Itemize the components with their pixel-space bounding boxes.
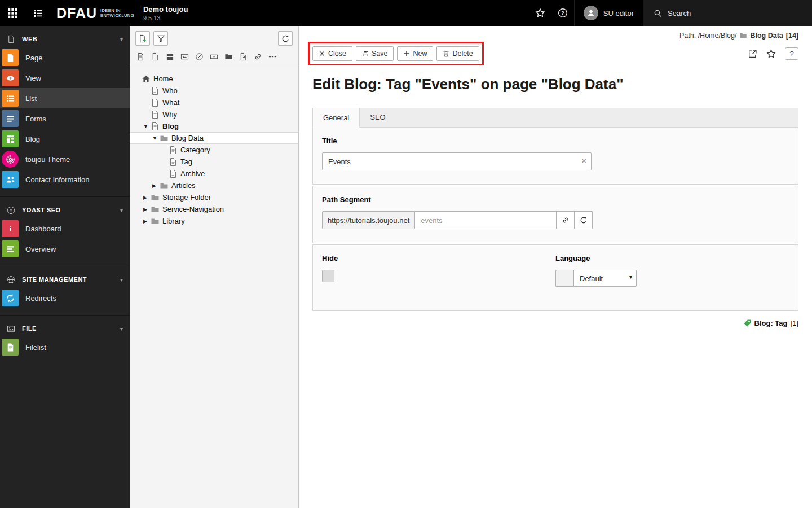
folder-icon [151,193,160,202]
spacer-icon[interactable] [210,52,218,61]
clear-input-icon[interactable]: × [581,156,586,165]
recalculate-slug-icon[interactable] [575,211,593,229]
path-segment-input[interactable] [415,211,557,229]
sidebar-item-redirects[interactable]: Redirects [0,288,130,308]
user-menu[interactable]: SU editor [574,0,643,26]
tree-node-service-navigation[interactable]: ▶ Service-Navigation [130,203,298,215]
sidebar-item-overview[interactable]: Overview [0,239,130,259]
brand-claim: IDEEN IN ENTWICKLUNG [100,8,134,18]
toolbar-search[interactable]: Search [643,0,812,26]
title-input[interactable] [322,152,592,170]
expand-toggle-icon[interactable]: ▶ [152,183,160,189]
modulemenu-toggle-icon[interactable] [0,0,25,26]
tree-node-tag[interactable]: Tag [130,156,298,168]
save-button[interactable]: Save [356,46,394,61]
svg-text:i: i [9,225,11,233]
close-button[interactable]: Close [312,46,352,61]
sidebar-item-view[interactable]: View [0,68,130,88]
expand-toggle-icon[interactable]: ▶ [143,195,151,200]
link-icon[interactable] [254,52,262,61]
tree-node-archive[interactable]: Archive [130,168,298,179]
record-reference[interactable]: Blog: Tag [1] [312,319,798,327]
chevron-down-icon: ▾ [120,207,123,213]
pagetree-panel: Home Who What Why ▼ Blog ▼ Blog Data [130,26,299,508]
site-title: Demo toujou [143,5,188,14]
content-grid-icon[interactable] [166,52,174,61]
sidebar-item-page[interactable]: Page [0,47,130,68]
svg-text:?: ? [561,10,564,16]
module-section-sitemanagement: SITE MANAGEMENT ▾ Redirects [0,266,130,315]
mountpoint-icon[interactable] [180,52,189,61]
overview-bars-icon [2,240,19,257]
expand-toggle-icon[interactable]: ▶ [143,218,151,224]
module-section-file: FILE ▾ Filelist [0,315,130,364]
sidebar-item-dashboard[interactable]: i Dashboard [0,218,130,239]
hide-checkbox[interactable] [322,270,334,282]
content-area: Path: /Home/Blog/ Blog Data [14] Close S… [299,26,812,508]
filter-icon[interactable] [153,31,168,46]
tree-node-blog-data[interactable]: ▼ Blog Data [130,132,298,144]
sidebar-item-toujou-theme[interactable]: toujou Theme [0,149,130,169]
search-label: Search [668,9,691,17]
collapse-toggle-icon[interactable]: ▼ [143,124,151,129]
sidebar-item-contact-information[interactable]: Contact Information [0,169,130,190]
module-section-web: WEB ▾ Page View List Forms Blog toujou T… [0,26,130,196]
home-icon [142,75,151,84]
module-section-header-sitemanagement[interactable]: SITE MANAGEMENT ▾ [0,271,130,288]
globe-icon [7,275,15,284]
module-section-yoast: Y YOAST SEO ▾ i Dashboard Overview [0,196,130,266]
blog-module-icon [2,130,19,147]
page-icon [151,110,160,119]
language-select[interactable]: Default [573,270,637,287]
sysfolder-icon[interactable] [224,52,233,61]
refresh-tree-icon[interactable] [278,31,293,46]
tree-node-what[interactable]: What [130,97,298,108]
page-standard-icon[interactable] [136,52,145,61]
expand-toggle-icon[interactable]: ▶ [143,207,151,212]
folder-icon [160,181,169,190]
tree-node-blog[interactable]: ▼ Blog [130,120,298,132]
forms-module-icon [2,110,19,127]
recycler-icon[interactable] [195,52,204,61]
new-page-icon[interactable] [135,31,150,46]
page-icon [151,98,160,107]
help-icon[interactable]: ? [785,47,798,60]
sidebar-item-blog[interactable]: Blog [0,129,130,149]
tree-node-articles[interactable]: ▶ Articles [130,179,298,191]
site-version: 9.5.13 [143,15,188,21]
module-section-header-file[interactable]: FILE ▾ [0,320,130,337]
tab-general[interactable]: General [312,108,360,128]
module-section-header-web[interactable]: WEB ▾ [0,30,130,47]
divider-icon[interactable] [268,52,277,61]
shortcut-icon[interactable] [239,52,248,61]
bookmark-star-icon[interactable] [529,0,551,26]
docheader-buttons: Close Save New Delete [312,46,479,61]
tree-node-category[interactable]: Category [130,144,298,156]
section-path-segment: Path Segment https://tutorials.toujou.ne… [312,186,798,243]
page-plain-icon[interactable] [151,52,160,61]
brand-name: DFAU [56,5,97,21]
pagetree-toolbar [130,26,298,46]
svg-text:Y: Y [10,208,12,213]
web-section-icon [7,35,15,43]
collapse-toggle-icon[interactable]: ▼ [152,135,160,141]
delete-button[interactable]: Delete [436,46,479,61]
sidebar-item-list[interactable]: List [0,88,130,108]
toggle-slug-edit-icon[interactable] [557,211,575,229]
tree-node-library[interactable]: ▶ Library [130,215,298,227]
navigation-toggle-icon[interactable] [25,0,51,26]
sidebar-item-forms[interactable]: Forms [0,108,130,129]
new-button[interactable]: New [397,46,433,61]
tree-node-storage-folder[interactable]: ▶ Storage Folder [130,191,298,203]
tree-node-who[interactable]: Who [130,85,298,97]
section-visibility-language: Hide Language Default [312,244,798,311]
tree-node-home[interactable]: Home [130,73,298,85]
module-section-header-yoast[interactable]: Y YOAST SEO ▾ [0,202,130,218]
help-icon[interactable]: ? [551,0,574,26]
open-in-new-window-icon[interactable] [748,49,757,59]
tree-node-why[interactable]: Why [130,108,298,120]
tab-seo[interactable]: SEO [360,108,395,127]
bookmark-star-icon[interactable] [766,49,776,59]
sidebar-item-filelist[interactable]: Filelist [0,337,130,357]
plus-icon [403,50,410,57]
